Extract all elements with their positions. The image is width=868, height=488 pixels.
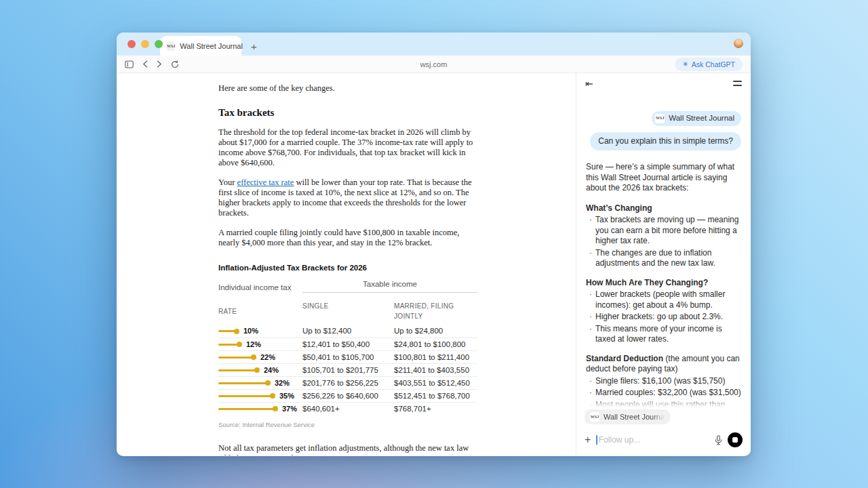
table-row: 32%$201,776 to $256,225$403,551 to $512,… — [218, 376, 477, 389]
assistant-bullet: ·This means more of your income is taxed… — [586, 324, 741, 345]
married-range: $768,701+ — [394, 404, 477, 414]
microphone-icon[interactable] — [715, 435, 722, 445]
rate-bar — [218, 395, 273, 397]
rate-bar — [218, 408, 276, 410]
context-chip[interactable]: WSJ Wall Street Journa — [585, 409, 670, 424]
assistant-section: What’s Changing·Tax brackets are moving … — [586, 203, 741, 269]
rate-label: 12% — [246, 340, 261, 350]
user-message-bubble: Can you explain this in simple terms? — [590, 132, 741, 151]
table-row: 24%$105,701 to $201,775$211,401 to $403,… — [218, 363, 477, 376]
sidebar-menu-icon[interactable] — [733, 81, 742, 85]
rate-bar — [218, 330, 237, 332]
table-header-row: RATE SINGLE MARRIED, FILING JOINTLY — [218, 298, 477, 325]
header-single: SINGLE — [302, 301, 394, 321]
voice-stop-button[interactable] — [728, 432, 743, 447]
assistant-section: How Much Are They Changing?·Lower bracke… — [586, 278, 741, 345]
table-group-right: Taxable income — [302, 279, 477, 293]
assistant-bullet: ·Tax brackets are moving up — meaning yo… — [586, 215, 741, 247]
sidebar-toggle-icon[interactable] — [125, 60, 134, 68]
married-range: $403,551 to $512,450 — [394, 378, 477, 388]
followup-input[interactable] — [599, 435, 709, 445]
browser-toolbar: wsj.com ✳ Ask ChatGPT — [117, 56, 751, 73]
assistant-section-heading: Standard Deduction (the amount you can d… — [586, 354, 741, 375]
effective-tax-rate-link[interactable]: effective tax rate — [237, 178, 294, 187]
rate-label: 10% — [243, 326, 258, 336]
context-pill-label: Wall Street Journal — [669, 113, 734, 124]
heading-tax-brackets: Tax brackets — [218, 106, 477, 119]
article-intro: Here are some of the key changes. — [218, 83, 477, 94]
assistant-intro: Sure — here’s a simple summary of what t… — [586, 162, 741, 194]
minimize-button[interactable] — [141, 40, 149, 48]
zoom-button[interactable] — [155, 40, 163, 48]
article-paragraph-2: Your effective tax rate will be lower th… — [218, 178, 477, 218]
married-range: Up to $24,800 — [394, 326, 477, 336]
rate-bar — [218, 344, 240, 346]
browser-window: WSJ Wall Street Journal + wsj.com ✳ Ask … — [117, 33, 751, 456]
table-source: Source: Internal Revenue Service — [218, 420, 477, 430]
rate-label: 37% — [282, 404, 297, 414]
tax-brackets-table: Inflation-Adjusted Tax Brackets for 2026… — [218, 263, 477, 430]
article-paragraph-4: Not all tax parameters get inflation adj… — [218, 443, 477, 455]
assistant-bullet: ·Higher brackets: go up about 2.3%. — [586, 312, 741, 323]
article-paragraph-1: The threshold for the top federal income… — [218, 127, 477, 168]
article-pane: Here are some of the key changes. Tax br… — [117, 73, 576, 455]
attach-plus-icon[interactable]: + — [585, 434, 591, 445]
profile-avatar[interactable] — [734, 39, 743, 48]
rate-label: 35% — [279, 391, 294, 401]
table-row: 35%$256,226 to $640,600$512,451 to $768,… — [218, 389, 477, 402]
url-display[interactable]: wsj.com — [117, 60, 751, 68]
assistant-bullet: ·The changes are due to inflation adjust… — [586, 248, 741, 269]
table-title: Inflation-Adjusted Tax Brackets for 2026 — [218, 263, 477, 273]
reload-icon[interactable] — [171, 60, 179, 68]
rate-bar — [218, 369, 258, 371]
text-cursor — [596, 435, 597, 445]
context-chip-label: Wall Street Journa — [604, 413, 665, 421]
assistant-bullet: ·Single filers: $16,100 (was $15,750) — [586, 376, 741, 387]
table-row: 37%$640,601+$768,701+ — [218, 402, 477, 415]
wsj-favicon-icon: WSJ — [590, 412, 599, 422]
chat-transcript: WSJ Wall Street Journal Can you explain … — [576, 94, 751, 407]
married-range: $100,801 to $211,400 — [394, 352, 477, 363]
tab-wall-street-journal[interactable]: WSJ Wall Street Journal — [160, 36, 241, 56]
new-tab-button[interactable]: + — [251, 41, 257, 52]
article-paragraph-3: A married couple filing jointly could ha… — [218, 228, 477, 248]
ask-chatgpt-label: Ask ChatGPT — [692, 60, 735, 68]
table-row: 12%$12,401 to $50,400$24,801 to $100,800 — [218, 338, 477, 350]
forward-icon[interactable] — [157, 60, 162, 68]
composer: WSJ Wall Street Journa + — [576, 407, 751, 455]
single-range: $640,601+ — [302, 404, 394, 414]
window-controls — [127, 40, 163, 48]
single-range: $50,401 to $105,700 — [302, 352, 394, 363]
back-icon[interactable] — [142, 60, 148, 68]
table-row: 22%$50,401 to $105,700$100,801 to $211,4… — [218, 350, 477, 363]
wsj-favicon-icon: WSJ — [167, 41, 175, 51]
assistant-bullet: ·Lower brackets (people with smaller inc… — [586, 289, 741, 310]
rate-label: 22% — [260, 352, 275, 363]
rate-bar — [218, 382, 269, 384]
assistant-section-heading: What’s Changing — [586, 203, 741, 214]
tab-strip: WSJ Wall Street Journal + — [117, 33, 751, 56]
tab-title: Wall Street Journal — [180, 42, 243, 50]
stop-square-icon — [732, 437, 738, 443]
table-body: 10%Up to $12,400Up to $24,80012%$12,401 … — [218, 325, 477, 415]
assistant-message: Sure — here’s a simple summary of what t… — [586, 162, 741, 407]
ask-chatgpt-button[interactable]: ✳ Ask ChatGPT — [675, 58, 743, 71]
chatgpt-sidebar: ⇤ WSJ Wall Street Journal Can you explai… — [576, 73, 751, 455]
rate-label: 32% — [275, 378, 290, 388]
close-button[interactable] — [127, 40, 136, 48]
married-range: $24,801 to $100,800 — [394, 340, 477, 350]
table-row: 10%Up to $12,400Up to $24,800 — [218, 325, 477, 338]
header-married: MARRIED, FILING JOINTLY — [394, 301, 477, 321]
single-range: $105,701 to $201,775 — [302, 365, 394, 375]
rate-bar — [218, 357, 254, 359]
table-group-left: Individual income tax — [218, 283, 302, 293]
rate-label: 24% — [264, 365, 279, 375]
collapse-sidebar-icon[interactable]: ⇤ — [585, 79, 593, 88]
openai-logo-icon: ✳ — [682, 60, 688, 68]
context-pill[interactable]: WSJ Wall Street Journal — [652, 111, 741, 126]
single-range: Up to $12,400 — [302, 326, 394, 336]
married-range: $211,401 to $403,550 — [394, 365, 477, 375]
header-rate: RATE — [218, 301, 302, 321]
single-range: $256,226 to $640,600 — [302, 391, 394, 401]
single-range: $12,401 to $50,400 — [302, 340, 394, 350]
